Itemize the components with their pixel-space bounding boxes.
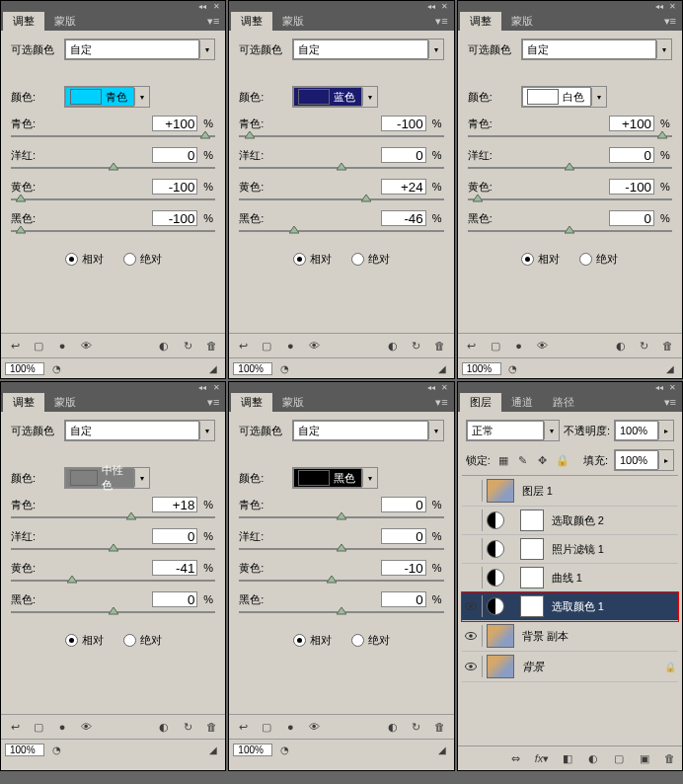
return-icon[interactable]: ↩: [235, 719, 251, 735]
trash-icon[interactable]: 🗑: [432, 719, 448, 735]
close-icon[interactable]: ✕: [211, 383, 221, 391]
slider-thumb[interactable]: [337, 607, 346, 617]
visibility-icon[interactable]: 👁: [78, 338, 94, 353]
mask-icon[interactable]: ◧: [560, 750, 575, 766]
info-icon[interactable]: ◔: [505, 360, 521, 376]
slider-thumb[interactable]: [361, 195, 371, 204]
slider-thumb[interactable]: [109, 544, 118, 554]
layer-row-1[interactable]: 选取颜色 2: [462, 507, 678, 535]
zoom-value[interactable]: 100%: [462, 362, 501, 375]
resize-icon[interactable]: ◢: [205, 742, 221, 757]
lock-position-icon[interactable]: ✥: [536, 453, 550, 467]
slider-thumb[interactable]: [67, 576, 77, 586]
lock-all-icon[interactable]: 🔒: [556, 453, 569, 467]
slider-track-magenta[interactable]: [239, 167, 443, 169]
layer-name[interactable]: 曲线 1: [548, 571, 676, 586]
slider-track-cyan[interactable]: [468, 135, 672, 137]
tab-adjustments[interactable]: 调整: [3, 393, 44, 412]
chevron-down-icon[interactable]: ▾: [362, 469, 377, 487]
tab-masks[interactable]: 蒙版: [272, 12, 314, 31]
slider-track-black[interactable]: [11, 230, 215, 232]
layer-row-0[interactable]: 图层 1: [462, 476, 678, 507]
slider-value-yellow[interactable]: [381, 560, 426, 576]
slider-thumb[interactable]: [245, 131, 255, 141]
adjustment-icon[interactable]: [487, 597, 504, 615]
slider-thumb[interactable]: [200, 131, 210, 141]
slider-thumb[interactable]: [337, 544, 346, 554]
panel-menu-icon[interactable]: ▾≡: [658, 15, 682, 28]
preset-select[interactable]: 自定: [65, 421, 199, 440]
panel-menu-icon[interactable]: ▾≡: [658, 396, 682, 409]
trash-icon[interactable]: 🗑: [203, 719, 219, 735]
fill-input[interactable]: 100%: [615, 450, 658, 470]
slider-value-magenta[interactable]: [609, 147, 654, 163]
tab-adjustments[interactable]: 调整: [3, 12, 44, 31]
layer-name[interactable]: 图层 1: [518, 484, 676, 499]
mask-thumbnail[interactable]: [520, 595, 544, 617]
adjustment-icon[interactable]: [487, 540, 504, 558]
chevron-down-icon[interactable]: ▾: [199, 40, 214, 58]
tab-channels[interactable]: 通道: [501, 393, 543, 412]
new-icon[interactable]: ▢: [31, 338, 46, 353]
tab-masks[interactable]: 蒙版: [44, 393, 86, 412]
slider-track-yellow[interactable]: [239, 580, 443, 582]
tab-masks[interactable]: 蒙版: [272, 393, 314, 412]
slider-track-black[interactable]: [11, 611, 215, 613]
layer-name[interactable]: 选取颜色 2: [548, 513, 676, 528]
layer-name[interactable]: 背景 副本: [518, 629, 676, 644]
reset-icon[interactable]: ↻: [180, 338, 195, 353]
prev-icon[interactable]: ◐: [156, 338, 172, 353]
collapse-icon[interactable]: ◂◂: [426, 383, 436, 391]
slider-track-magenta[interactable]: [11, 548, 215, 550]
slider-value-cyan[interactable]: [381, 497, 426, 512]
radio-absolute[interactable]: 绝对: [123, 252, 162, 267]
slider-thumb[interactable]: [327, 576, 337, 586]
slider-track-cyan[interactable]: [239, 135, 443, 137]
slider-thumb[interactable]: [16, 226, 26, 236]
mask-thumbnail[interactable]: [520, 567, 544, 588]
slider-track-black[interactable]: [239, 611, 443, 613]
tab-adjustments[interactable]: 调整: [231, 393, 272, 412]
slider-value-magenta[interactable]: [152, 147, 197, 163]
layer-name[interactable]: 背景: [518, 660, 660, 674]
chevron-down-icon[interactable]: ▾: [428, 40, 443, 58]
adjustment-icon[interactable]: [487, 569, 504, 587]
visibility-toggle[interactable]: [464, 571, 478, 585]
return-icon[interactable]: ↩: [464, 338, 480, 353]
visibility-toggle[interactable]: [464, 599, 478, 613]
mask-thumbnail[interactable]: [520, 538, 544, 560]
slider-track-yellow[interactable]: [239, 198, 443, 200]
visibility-icon[interactable]: 👁: [306, 338, 322, 353]
collapse-icon[interactable]: ◂◂: [654, 2, 664, 10]
slider-track-yellow[interactable]: [468, 198, 672, 200]
slider-thumb[interactable]: [109, 607, 118, 617]
tab-adjustments[interactable]: 调整: [460, 12, 501, 31]
radio-relative[interactable]: 相对: [521, 252, 560, 267]
tab-masks[interactable]: 蒙版: [501, 12, 543, 31]
tab-paths[interactable]: 路径: [543, 393, 584, 412]
slider-value-cyan[interactable]: [152, 497, 197, 512]
slider-value-black[interactable]: [152, 210, 197, 226]
slider-thumb[interactable]: [16, 195, 26, 204]
reset-icon[interactable]: ↻: [180, 719, 195, 735]
slider-value-magenta[interactable]: [381, 147, 426, 163]
return-icon[interactable]: ↩: [7, 719, 23, 735]
visibility-toggle[interactable]: [464, 660, 478, 673]
close-icon[interactable]: ✕: [211, 2, 221, 10]
preset-select[interactable]: 自定: [522, 39, 656, 59]
clip-icon[interactable]: ●: [511, 338, 527, 353]
color-select[interactable]: 黑色: [293, 468, 362, 488]
color-select[interactable]: 青色: [65, 87, 134, 107]
chevron-down-icon[interactable]: ▾: [428, 422, 443, 439]
slider-value-black[interactable]: [152, 591, 197, 607]
adjustment-icon[interactable]: ◐: [585, 750, 601, 766]
slider-track-cyan[interactable]: [11, 135, 215, 137]
slider-thumb[interactable]: [126, 512, 136, 522]
visibility-toggle[interactable]: [464, 542, 478, 556]
group-icon[interactable]: ▢: [611, 750, 627, 766]
resize-icon[interactable]: ◢: [205, 360, 221, 376]
collapse-icon[interactable]: ◂◂: [197, 383, 207, 391]
slider-value-magenta[interactable]: [152, 528, 197, 544]
chevron-down-icon[interactable]: ▾: [134, 469, 149, 487]
visibility-icon[interactable]: 👁: [78, 719, 94, 735]
